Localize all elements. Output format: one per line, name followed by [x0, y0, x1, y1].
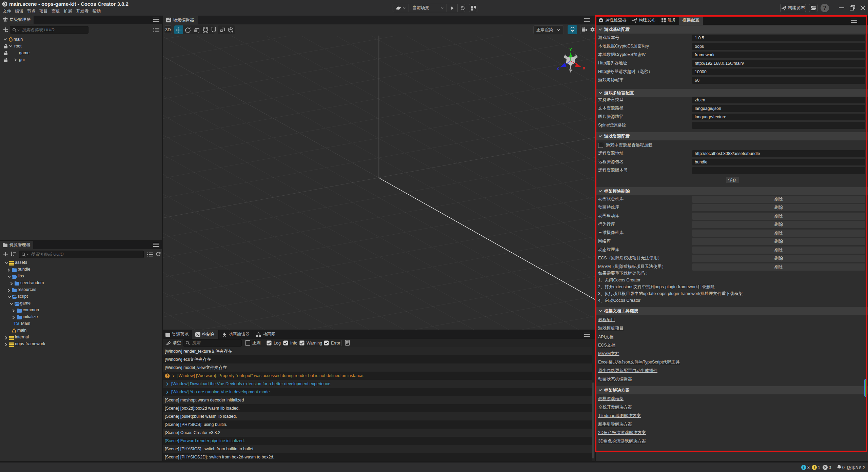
svg-text:Z: Z [557, 66, 559, 70]
svg-text:X: X [583, 66, 585, 70]
svg-text:Y: Y [569, 47, 572, 52]
